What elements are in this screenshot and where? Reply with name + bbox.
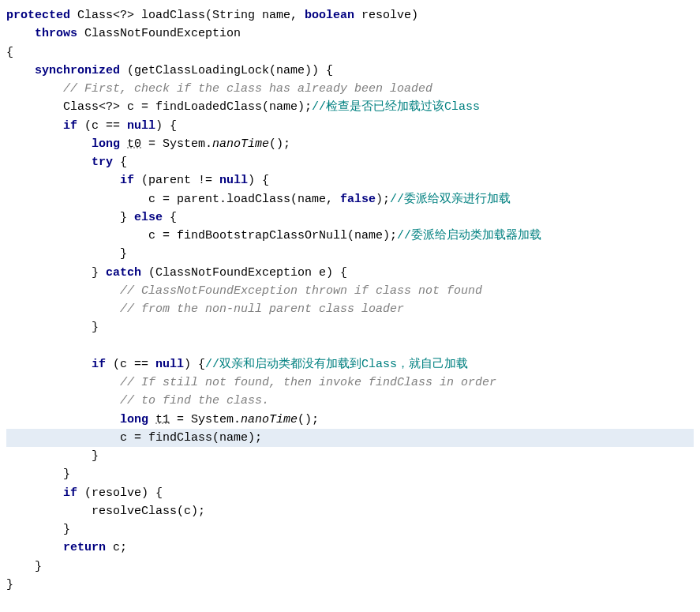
code-text: }: [92, 449, 99, 463]
code-line: }: [6, 247, 127, 261]
variable: t1: [155, 413, 170, 426]
code-line: } catch (ClassNotFoundException e) {: [6, 266, 347, 280]
code-line: }: [6, 523, 70, 536]
code-text: ClassNotFoundException: [77, 27, 241, 40]
code-line: // to find the class.: [6, 394, 269, 407]
code-line: if (c == null) {: [6, 119, 177, 133]
keyword: long: [120, 413, 148, 426]
code-line: return c;: [6, 541, 127, 554]
method-call: nanoTime: [212, 137, 269, 151]
code-text: c = findBootstrapClassOrNull(name);: [148, 229, 397, 242]
comment: //检查是否已经加载过该Class: [312, 100, 480, 114]
keyword: boolean: [305, 9, 354, 22]
code-text: {: [163, 211, 177, 224]
code-line: // First, check if the class has already…: [6, 82, 432, 96]
code-line: }: [6, 321, 99, 334]
code-text: (c ==: [106, 358, 155, 371]
code-text: (resolve) {: [77, 486, 163, 500]
code-line: // from the non-null parent class loader: [6, 302, 404, 316]
code-line: if (parent != null) {: [6, 174, 269, 187]
code-line: if (c == null) {//双亲和启动类都没有加载到Class，就自己加…: [6, 358, 468, 371]
code-text: resolveClass(c);: [92, 505, 205, 518]
comment: // from the non-null parent class loader: [120, 302, 404, 316]
code-text: (c ==: [77, 119, 127, 133]
code-text: }: [120, 247, 127, 261]
code-line: c = parent.loadClass(name, false);//委派给双…: [6, 193, 511, 206]
code-line: }: [6, 449, 99, 463]
keyword: else: [134, 211, 163, 224]
keyword: false: [340, 193, 376, 206]
comment: // If still not found, then invoke findC…: [120, 376, 496, 389]
code-text: resolve): [354, 9, 418, 22]
code-line: long t0 = System.nanoTime();: [6, 137, 290, 151]
comment: //委派给双亲进行加载: [390, 193, 511, 206]
code-text: (parent !=: [134, 174, 219, 187]
code-text: Class<?> c = findLoadedClass(name);: [63, 100, 312, 114]
keyword: if: [92, 358, 106, 371]
code-line: Class<?> c = findLoadedClass(name);//检查是…: [6, 100, 480, 114]
code-text: (ClassNotFoundException e) {: [141, 266, 347, 280]
code-line: synchronized (getClassLoadingLock(name))…: [6, 64, 333, 77]
code-text: {: [113, 156, 127, 169]
code-line: }: [6, 560, 42, 573]
code-text: }: [63, 467, 70, 481]
keyword: if: [63, 486, 77, 500]
variable: t0: [127, 137, 141, 151]
code-text: );: [376, 193, 390, 206]
code-line: // If still not found, then invoke findC…: [6, 376, 496, 389]
comment: // First, check if the class has already…: [63, 82, 432, 96]
comment: //委派给启动类加载器加载: [397, 229, 541, 242]
keyword: try: [92, 156, 113, 169]
code-line: }: [6, 467, 70, 481]
keyword: throws: [35, 27, 77, 40]
keyword: return: [63, 541, 106, 554]
code-text: }: [63, 523, 70, 536]
code-line: try {: [6, 156, 127, 169]
code-line: throws ClassNotFoundException: [6, 27, 241, 40]
code-line: long t1 = System.nanoTime();: [6, 413, 319, 426]
code-text: c = parent.loadClass(name,: [148, 193, 340, 206]
comment: // ClassNotFoundException thrown if clas…: [120, 284, 482, 298]
keyword: null: [219, 174, 248, 187]
keyword: long: [92, 137, 120, 151]
keyword: if: [63, 119, 77, 133]
comment: // to find the class.: [120, 394, 269, 407]
code-line-highlighted: c = findClass(name);: [6, 429, 694, 447]
code-line: if (resolve) {: [6, 486, 163, 500]
code-line: resolveClass(c);: [6, 505, 205, 518]
code-block: protected Class<?> loadClass(String name…: [6, 6, 694, 594]
code-text: ) {: [248, 174, 269, 187]
keyword: catch: [106, 266, 141, 280]
method-call: nanoTime: [241, 413, 298, 426]
code-text: c;: [106, 541, 127, 554]
code-text: = System.: [141, 137, 212, 151]
code-text: }: [92, 266, 106, 280]
code-line: {: [6, 46, 13, 59]
code-text: }: [92, 321, 99, 334]
code-text: ();: [298, 413, 319, 426]
keyword: null: [127, 119, 155, 133]
code-line: protected Class<?> loadClass(String name…: [6, 9, 418, 22]
code-text: ) {: [184, 358, 205, 371]
keyword: if: [120, 174, 134, 187]
code-line: // ClassNotFoundException thrown if clas…: [6, 284, 482, 298]
code-text: }: [120, 211, 134, 224]
code-text: ) {: [155, 119, 177, 133]
keyword: null: [155, 358, 184, 371]
code-text: ();: [269, 137, 290, 151]
keyword: protected: [6, 9, 70, 22]
code-line: }: [6, 578, 13, 591]
comment: //双亲和启动类都没有加载到Class，就自己加载: [205, 358, 468, 371]
code-text: Class<?> loadClass(String name,: [70, 9, 305, 22]
keyword: synchronized: [35, 64, 120, 77]
code-line: c = findBootstrapClassOrNull(name);//委派给…: [6, 229, 541, 242]
code-text: c = findClass(name);: [120, 431, 262, 445]
code-line: } else {: [6, 211, 177, 224]
code-text: (getClassLoadingLock(name)) {: [120, 64, 333, 77]
code-text: }: [35, 560, 42, 573]
code-text: = System.: [170, 413, 241, 426]
